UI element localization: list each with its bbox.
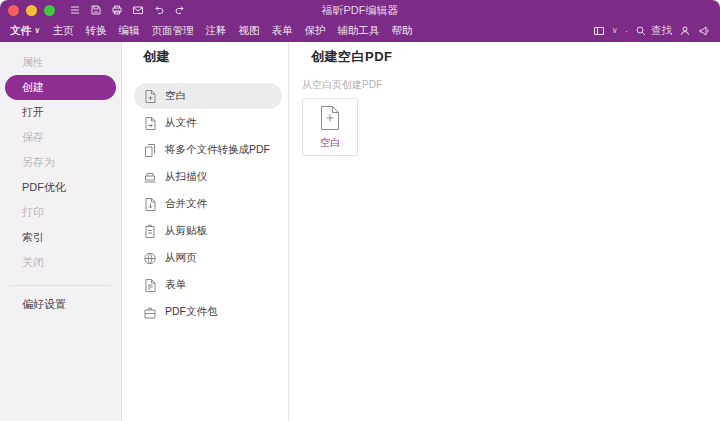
find-search[interactable]: 查找 [635, 24, 672, 38]
file-backstage: 属性 创建 打开 保存 另存为 PDF优化 打印 索引 关闭 偏好设置 创建 空… [0, 42, 720, 421]
sidebar-item-pdf-optimize[interactable]: PDF优化 [5, 175, 116, 200]
create-item-from-file-label: 从文件 [165, 116, 197, 130]
create-item-pdf-portfolio-label: PDF文件包 [165, 305, 218, 319]
from-file-icon [143, 116, 157, 131]
create-item-from-web[interactable]: 从网页 [134, 245, 282, 271]
create-item-from-web-label: 从网页 [165, 251, 197, 265]
blank-document-icon [143, 89, 157, 104]
menu-page-manage[interactable]: 页面管理 [146, 20, 200, 42]
sidebar-item-pdf-optimize-label: PDF优化 [22, 180, 66, 195]
create-item-from-multiple-files[interactable]: 将多个文件转换成PDF [134, 137, 282, 163]
blank-pdf-card[interactable]: 空白 [302, 98, 358, 156]
detail-panel-title: 创建空白PDF [302, 48, 720, 66]
menu-edit-label: 编辑 [119, 24, 140, 38]
menu-icon[interactable] [69, 4, 81, 16]
find-label: 查找 [651, 24, 672, 38]
sidebar-item-save: 保存 [5, 125, 116, 150]
sidebar-item-print-label: 打印 [22, 205, 44, 220]
create-item-from-clipboard-label: 从剪贴板 [165, 224, 207, 238]
panel-switch-icon[interactable] [593, 25, 605, 37]
blank-pdf-card-label: 空白 [320, 136, 340, 150]
sidebar-item-properties: 属性 [5, 50, 116, 75]
menu-home[interactable]: 主页 [47, 20, 80, 42]
menu-form[interactable]: 表单 [266, 20, 299, 42]
minimize-window-button[interactable] [26, 5, 37, 16]
menu-accessibility-label: 辅助工具 [338, 24, 380, 38]
create-options-list: 空白 从文件 将多个文件转换成PDF [134, 83, 282, 325]
sidebar-item-preferences[interactable]: 偏好设置 [5, 292, 116, 317]
menu-comment[interactable]: 注释 [200, 20, 233, 42]
sidebar-item-save-as-label: 另存为 [22, 155, 55, 170]
create-item-from-multiple-files-label: 将多个文件转换成PDF [165, 143, 270, 157]
create-item-from-scanner[interactable]: 从扫描仪 [134, 164, 282, 190]
sidebar-item-create-label: 创建 [22, 80, 44, 95]
search-icon [635, 25, 647, 37]
app-window: 福昕PDF编辑器 文件 ∨ 主页 转换 编辑 页面管理 注释 视图 表单 保护 … [0, 0, 720, 421]
create-options-panel: 创建 空白 从文件 [122, 42, 289, 421]
pdf-portfolio-icon [143, 305, 157, 320]
sidebar-item-close: 关闭 [5, 250, 116, 275]
menu-comment-label: 注释 [206, 24, 227, 38]
menu-protect[interactable]: 保护 [299, 20, 332, 42]
create-item-form[interactable]: 表单 [134, 272, 282, 298]
save-icon[interactable] [90, 4, 102, 16]
detail-panel-subtitle: 从空白页创建PDF [302, 78, 720, 92]
create-item-pdf-portfolio[interactable]: PDF文件包 [134, 299, 282, 325]
redo-icon[interactable] [174, 4, 186, 16]
separator-dot: · [625, 26, 628, 37]
sidebar-item-save-label: 保存 [22, 130, 44, 145]
web-page-icon [143, 251, 157, 266]
undo-icon[interactable] [153, 4, 165, 16]
menu-view[interactable]: 视图 [233, 20, 266, 42]
window-title: 福昕PDF编辑器 [322, 0, 399, 20]
window-controls [8, 5, 55, 16]
clipboard-icon [143, 224, 157, 239]
create-item-form-label: 表单 [165, 278, 186, 292]
create-item-blank-label: 空白 [165, 89, 186, 103]
sidebar-item-preferences-label: 偏好设置 [22, 297, 66, 312]
account-icon[interactable] [679, 25, 691, 37]
sidebar-item-open-label: 打开 [22, 105, 44, 120]
backstage-sidebar: 属性 创建 打开 保存 另存为 PDF优化 打印 索引 关闭 偏好设置 [0, 42, 122, 421]
sidebar-item-index[interactable]: 索引 [5, 225, 116, 250]
menu-edit[interactable]: 编辑 [113, 20, 146, 42]
multiple-files-icon [143, 143, 157, 158]
close-window-button[interactable] [8, 5, 19, 16]
menu-page-manage-label: 页面管理 [152, 24, 194, 38]
create-item-from-scanner-label: 从扫描仪 [165, 170, 207, 184]
menu-view-label: 视图 [239, 24, 260, 38]
print-icon[interactable] [111, 4, 123, 16]
chevron-down-icon[interactable]: ∨ [612, 27, 618, 35]
sidebar-divider [10, 285, 111, 286]
titlebar: 福昕PDF编辑器 [0, 0, 720, 20]
menubar-right-tools: ∨ · 查找 [593, 24, 720, 38]
sidebar-item-close-label: 关闭 [22, 255, 44, 270]
menu-home-label: 主页 [53, 24, 74, 38]
megaphone-icon[interactable] [698, 25, 710, 37]
menu-convert[interactable]: 转换 [80, 20, 113, 42]
menu-help-label: 帮助 [392, 24, 413, 38]
new-blank-document-icon [319, 105, 341, 131]
create-item-combine-files[interactable]: 合并文件 [134, 191, 282, 217]
sidebar-item-open[interactable]: 打开 [5, 100, 116, 125]
menu-file-label: 文件 [10, 24, 31, 38]
menu-accessibility[interactable]: 辅助工具 [332, 20, 386, 42]
menubar: 文件 ∨ 主页 转换 编辑 页面管理 注释 视图 表单 保护 辅助工具 帮助 ∨… [0, 20, 720, 42]
sidebar-item-create[interactable]: 创建 [5, 75, 116, 100]
create-item-from-clipboard[interactable]: 从剪贴板 [134, 218, 282, 244]
email-icon[interactable] [132, 4, 144, 16]
menu-convert-label: 转换 [86, 24, 107, 38]
menu-form-label: 表单 [272, 24, 293, 38]
menu-protect-label: 保护 [305, 24, 326, 38]
create-blank-detail-panel: 创建空白PDF 从空白页创建PDF 空白 [289, 42, 720, 421]
sidebar-item-print: 打印 [5, 200, 116, 225]
create-item-from-file[interactable]: 从文件 [134, 110, 282, 136]
zoom-window-button[interactable] [44, 5, 55, 16]
create-item-combine-files-label: 合并文件 [165, 197, 207, 211]
menu-file[interactable]: 文件 ∨ [4, 20, 47, 42]
create-item-blank[interactable]: 空白 [134, 83, 282, 109]
menu-help[interactable]: 帮助 [386, 20, 419, 42]
form-icon [143, 278, 157, 293]
quick-access-toolbar [69, 4, 186, 16]
create-panel-title: 创建 [134, 48, 288, 66]
